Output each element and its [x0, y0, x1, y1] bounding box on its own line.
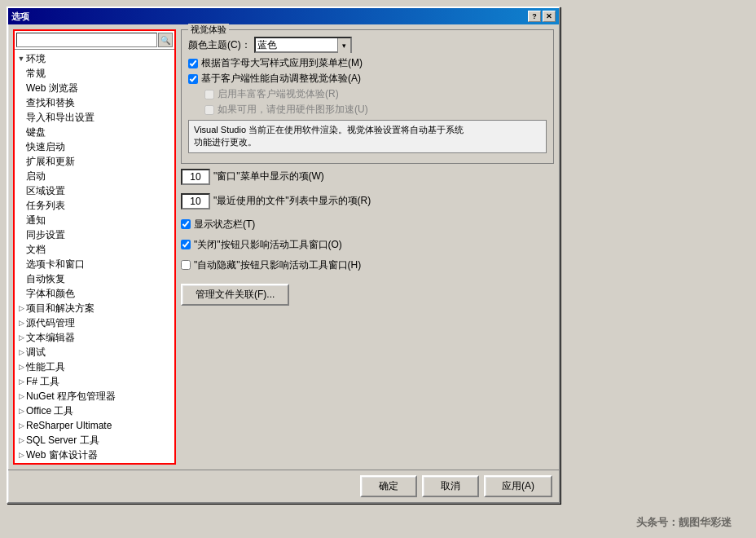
tree-item-docs[interactable]: 文档	[16, 242, 173, 257]
tree-item-findreplace[interactable]: 查找和替换	[16, 95, 173, 110]
recent-files-row: "最近使用的文件"列表中显示的项(R)	[181, 193, 554, 209]
tree-item-projects[interactable]: ▷ 项目和解决方案	[16, 301, 173, 315]
expand-icon-debug: ▷	[16, 346, 26, 359]
info-line1: Visual Studio 当前正在使用软件渲染。视觉体验设置将自动基于系统	[194, 125, 464, 134]
help-button[interactable]: ?	[528, 11, 541, 22]
checkbox-close-affects-label: "关闭"按钮只影响活动工具窗口(O)	[194, 238, 342, 252]
recent-files-count-input[interactable]	[181, 193, 210, 209]
tree-item-texteditor[interactable]: ▷ 文本编辑器	[16, 330, 173, 345]
tree-item-tasklist[interactable]: 任务列表	[16, 198, 173, 213]
tree-label-quickstart: 快速启动	[26, 140, 65, 153]
checkbox-auto-hide[interactable]	[181, 260, 191, 270]
tree-label-perf: 性能工具	[26, 360, 65, 373]
search-input[interactable]	[16, 33, 157, 47]
tree-item-quickstart[interactable]: 快速启动	[16, 139, 173, 154]
close-button[interactable]: ✕	[543, 11, 556, 22]
checkbox-uppercase-menu-label: 根据首字母大写样式应用到菜单栏(M)	[201, 56, 363, 70]
checkbox-close-affects[interactable]	[181, 240, 191, 249]
tree-panel: 🔍 ▼ 环境 常规 Web 浏览器 查找和替换 导	[13, 29, 176, 465]
checkbox-show-status-label: 显示状态栏(T)	[194, 218, 255, 232]
options-dialog: 选项 ? ✕ 🔍 ▼ 环境 常规	[7, 7, 560, 504]
expand-icon-nuget: ▷	[16, 390, 26, 403]
tree-item-fontcolors[interactable]: 字体和颜色	[16, 286, 173, 301]
checkbox-close-row: "关闭"按钮只影响活动工具窗口(O)	[181, 238, 554, 252]
manage-btn-container: 管理文件关联(F)...	[181, 284, 554, 306]
manage-file-assoc-button[interactable]: 管理文件关联(F)...	[181, 284, 289, 306]
tree-label-webbrowser: Web 浏览器	[26, 82, 78, 95]
tree-item-tabswindows[interactable]: 选项卡和窗口	[16, 257, 173, 271]
tree-item-resharper[interactable]: ▷ ReSharper Ultimate	[16, 418, 173, 433]
tree-item-importexport[interactable]: 导入和导出设置	[16, 110, 173, 125]
expand-icon-office: ▷	[16, 404, 26, 417]
expand-icon-env: ▼	[16, 52, 26, 65]
tree-item-sqlserver[interactable]: ▷ SQL Server 工具	[16, 433, 173, 448]
tree-label-docs: 文档	[26, 243, 46, 256]
checkbox-show-status[interactable]	[181, 219, 191, 229]
tree-item-startup[interactable]: 启动	[16, 169, 173, 183]
expand-icon-resharper: ▷	[16, 419, 26, 432]
tree-item-webbrowser[interactable]: Web 浏览器	[16, 81, 173, 95]
tree-item-office[interactable]: ▷ Office 工具	[16, 404, 173, 418]
tree-label-env: 环境	[26, 52, 46, 65]
tree-item-syncsettings[interactable]: 同步设置	[16, 227, 173, 242]
expand-icon-webdesigner: ▷	[16, 448, 26, 461]
tree-label-notify: 通知	[26, 214, 46, 227]
tree-item-env[interactable]: ▼ 环境	[16, 51, 173, 66]
vs-info-text: Visual Studio 当前正在使用软件渲染。视觉体验设置将自动基于系统 功…	[188, 120, 547, 153]
window-menu-count-input[interactable]	[181, 169, 210, 185]
tree-item-webperf[interactable]: ▷ Web 性能测试工具	[16, 462, 173, 465]
tree-item-fsharp[interactable]: ▷ F# 工具	[16, 374, 173, 389]
tree-item-nuget[interactable]: ▷ NuGet 程序包管理器	[16, 389, 173, 404]
watermark-text: 头条号：靓图华彩迷	[636, 515, 732, 530]
tree-label-syncsettings: 同步设置	[26, 228, 65, 241]
checkbox-rich-client-label: 启用丰富客户端视觉体验(R)	[218, 87, 339, 101]
tree-label-fsharp: F# 工具	[26, 375, 59, 388]
info-line2: 功能进行更改。	[194, 137, 257, 147]
checkbox-auto-adjust[interactable]	[188, 74, 198, 84]
tree-label-texteditor: 文本编辑器	[26, 331, 75, 344]
expand-icon-fsharp: ▷	[16, 375, 26, 388]
checkbox-row-1: 根据首字母大写样式应用到菜单栏(M)	[188, 56, 547, 70]
tree-label-importexport: 导入和导出设置	[26, 111, 94, 124]
tree-label-fontcolors: 字体和颜色	[26, 287, 75, 300]
checkbox-hw-accel-label: 如果可用，请使用硬件图形加速(U)	[218, 103, 368, 117]
tree-item-notify[interactable]: 通知	[16, 213, 173, 227]
tree-item-keyboard[interactable]: 键盘	[16, 125, 173, 139]
tree-item-webdesigner[interactable]: ▷ Web 窗体设计器	[16, 448, 173, 462]
checkbox-status-row: 显示状态栏(T)	[181, 218, 554, 232]
color-scheme-dropdown[interactable]: 蓝色 ▾	[254, 37, 352, 53]
cancel-button[interactable]: 取消	[422, 475, 479, 497]
expand-icon-srcctrl: ▷	[16, 316, 26, 329]
expand-icon-perf: ▷	[16, 360, 26, 373]
tree-label-nuget: NuGet 程序包管理器	[26, 390, 116, 403]
tree-item-common[interactable]: 常规	[16, 66, 173, 81]
checkbox-uppercase-menu[interactable]	[188, 59, 198, 68]
group-title-visual-experience: 视觉体验	[188, 24, 229, 36]
tree-label-webdesigner: Web 窗体设计器	[26, 448, 98, 461]
tree-item-perf[interactable]: ▷ 性能工具	[16, 359, 173, 374]
tree-item-debug[interactable]: ▷ 调试	[16, 345, 173, 359]
tree-label-office: Office 工具	[26, 404, 73, 417]
dropdown-arrow-icon: ▾	[337, 38, 350, 53]
window-menu-label: "窗口"菜单中显示的项(W)	[213, 170, 324, 183]
dialog-title: 选项	[11, 11, 29, 23]
color-scheme-value: 蓝色	[257, 38, 292, 52]
dialog-controls: ? ✕	[528, 11, 556, 22]
tree-label-autorecover: 自动恢复	[26, 272, 65, 285]
ok-button[interactable]: 确定	[360, 475, 417, 497]
apply-button[interactable]: 应用(A)	[484, 475, 552, 497]
dialog-body: 🔍 ▼ 环境 常规 Web 浏览器 查找和替换 导	[8, 24, 559, 470]
tree-item-region[interactable]: 区域设置	[16, 183, 173, 198]
tree-item-updateext[interactable]: 扩展和更新	[16, 154, 173, 169]
expand-icon-webperf: ▷	[16, 463, 26, 465]
tree-label-webperf: Web 性能测试工具	[26, 463, 108, 465]
tree-label-common: 常规	[26, 67, 46, 80]
tree-label-tasklist: 任务列表	[26, 199, 65, 212]
checkbox-row-4: 如果可用，请使用硬件图形加速(U)	[188, 103, 547, 117]
search-button[interactable]: 🔍	[158, 33, 173, 47]
tree-item-autorecover[interactable]: 自动恢复	[16, 271, 173, 286]
tree-label-updateext: 扩展和更新	[26, 155, 75, 168]
tree-item-srcctrl[interactable]: ▷ 源代码管理	[16, 315, 173, 330]
tree-label-startup: 启动	[26, 170, 46, 183]
tree-label-srcctrl: 源代码管理	[26, 316, 75, 329]
